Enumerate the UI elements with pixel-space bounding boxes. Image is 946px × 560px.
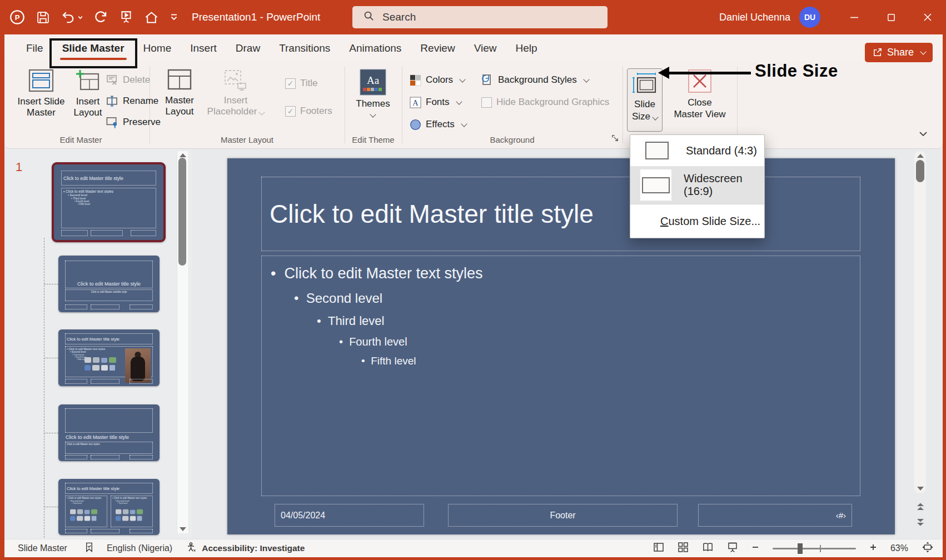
scroll-down-icon[interactable] [917, 487, 924, 491]
tab-draw[interactable]: Draw [226, 34, 270, 62]
colors-button[interactable]: Colors [410, 72, 465, 88]
accessibility-icon[interactable] [186, 542, 197, 555]
collapse-ribbon-chevron-icon[interactable] [917, 128, 929, 140]
hide-background-graphics-checkbox: Hide Background Graphics [481, 94, 609, 110]
colors-icon [410, 74, 421, 86]
zoom-slider-thumb[interactable] [798, 543, 803, 554]
zoom-out-button[interactable] [751, 543, 759, 553]
fonts-label: Fonts [426, 97, 450, 108]
placeholder-icons [70, 509, 98, 524]
tab-animations[interactable]: Animations [340, 34, 411, 62]
thumbnail-title-layout[interactable]: Click to edit Master title style Click t… [58, 256, 160, 312]
tab-review[interactable]: Review [411, 34, 464, 62]
bullet-level-3: Third level [317, 314, 860, 328]
close-master-view-button[interactable]: Close Master View [667, 69, 733, 131]
next-slide-button[interactable] [914, 516, 926, 529]
scroll-down-icon[interactable] [180, 527, 186, 531]
thumbnail-two-content-layout[interactable]: Click to edit Master title style Click t… [58, 479, 160, 535]
footers-checkbox: Footers [285, 103, 332, 119]
background-styles-label: Background Styles [498, 74, 577, 86]
thumbnail-section-layout[interactable]: Click to edit Master title style Click t… [58, 404, 160, 461]
insert-slide-master-icon [28, 69, 54, 92]
thumbnail-slide-master[interactable]: Click to edit Master title style Click t… [52, 162, 166, 242]
background-styles-button[interactable]: Background Styles [481, 72, 589, 88]
undo-icon[interactable] [61, 10, 83, 24]
user-avatar[interactable]: DU [799, 7, 820, 28]
accessibility-status-label[interactable]: Accessibility: Investigate [202, 543, 305, 553]
slide-number-placeholder[interactable]: ‹#› [698, 504, 852, 527]
body-placeholder[interactable]: Click to edit Master text styles Second … [261, 256, 860, 496]
scroll-up-icon[interactable] [917, 154, 924, 158]
effects-button[interactable]: Effects [410, 117, 466, 132]
home-icon[interactable] [144, 10, 159, 25]
thumb-section-text: Click to edit Master text styles [67, 443, 100, 446]
start-slideshow-icon[interactable] [119, 10, 133, 24]
slide-master-editing-area: Click to edit Master title style Click t… [227, 158, 895, 534]
annotation-label: Slide Size [755, 61, 838, 81]
share-button[interactable]: Share [865, 43, 933, 62]
thumbnail-content-layout[interactable]: Click to edit Master title style Click t… [58, 329, 160, 386]
menu-item-standard[interactable]: Standard (4:3) [630, 135, 764, 166]
slide-scrollbar-thumb[interactable] [916, 160, 924, 182]
slide-size-button[interactable]: Slide Size [627, 68, 663, 132]
slide-area-scrollbar[interactable] [914, 151, 926, 493]
menu-item-custom-slide-size[interactable]: Custom Slide Size... [630, 204, 764, 238]
master-layout-button[interactable]: Master Layout [157, 69, 202, 117]
maximize-button[interactable] [873, 0, 909, 34]
themes-icon: Aa [360, 69, 386, 96]
close-button[interactable] [909, 0, 946, 34]
delete-icon [106, 74, 118, 87]
powerpoint-logo-icon[interactable]: P [9, 9, 26, 26]
minimize-button[interactable] [836, 0, 873, 34]
background-dialog-launcher-icon[interactable] [611, 134, 619, 144]
title-placeholder[interactable]: Click to edit Master title style [261, 177, 860, 251]
tab-help[interactable]: Help [506, 34, 547, 62]
tab-slide-master[interactable]: Slide Master [53, 34, 134, 62]
zoom-slider[interactable] [773, 548, 856, 549]
reading-view-icon[interactable] [702, 542, 714, 555]
date-placeholder[interactable]: 04/05/2024 [275, 504, 424, 527]
bullet-level-5: Fifth level [361, 355, 860, 367]
footers-checkbox-label: Footers [300, 106, 332, 117]
tab-home[interactable]: Home [134, 34, 181, 62]
svg-text:A: A [412, 98, 419, 107]
customize-quick-access-icon[interactable] [170, 13, 178, 22]
save-icon[interactable] [36, 11, 50, 24]
tab-file[interactable]: File [17, 34, 53, 62]
group-label-edit-master: Edit Master [12, 135, 150, 144]
menu-item-widescreen[interactable]: Widescreen (16:9) [630, 166, 764, 204]
scroll-up-icon[interactable] [180, 153, 186, 157]
slide-sorter-view-icon[interactable] [678, 542, 689, 555]
proofing-icon[interactable] [84, 542, 94, 555]
title-checkbox: Title [285, 76, 318, 91]
tab-insert[interactable]: Insert [181, 34, 226, 62]
group-edit-theme: Aa Themes Edit Theme [345, 62, 402, 149]
tab-transitions[interactable]: Transitions [270, 34, 340, 62]
zoom-level-label[interactable]: 63% [890, 543, 908, 553]
thumbnail-panel-scrollbar[interactable] [177, 151, 189, 533]
previous-slide-button[interactable] [914, 500, 926, 513]
normal-view-icon[interactable] [653, 542, 664, 555]
thumb-master-title: Click to edit Master title style [63, 176, 123, 181]
close-master-view-label-2: Master View [674, 108, 725, 120]
themes-button[interactable]: Aa Themes [353, 69, 392, 117]
fit-slide-to-window-icon[interactable] [922, 541, 934, 556]
language-label[interactable]: English (Nigeria) [107, 543, 172, 553]
share-chevron-icon [920, 48, 926, 54]
slide-show-icon[interactable] [727, 542, 738, 555]
insert-layout-button[interactable]: Insert Layout [70, 69, 106, 118]
user-name[interactable]: Daniel Uchenna [719, 12, 790, 23]
delete-button: Delete [106, 72, 150, 88]
close-master-view-label-1: Close [688, 97, 711, 108]
redo-icon[interactable] [94, 10, 108, 24]
fonts-button[interactable]: A Fonts [410, 94, 461, 110]
footer-placeholder[interactable]: Footer [448, 504, 678, 527]
thumbnail-scrollbar-thumb[interactable] [178, 158, 186, 266]
zoom-in-button[interactable] [869, 543, 877, 553]
search-input[interactable]: Search [352, 6, 608, 28]
delete-label: Delete [123, 74, 150, 86]
tab-view[interactable]: View [465, 34, 506, 62]
status-bar-right: 63% [653, 539, 934, 557]
share-icon [872, 47, 883, 58]
insert-slide-master-button[interactable]: Insert Slide Master [14, 69, 68, 118]
